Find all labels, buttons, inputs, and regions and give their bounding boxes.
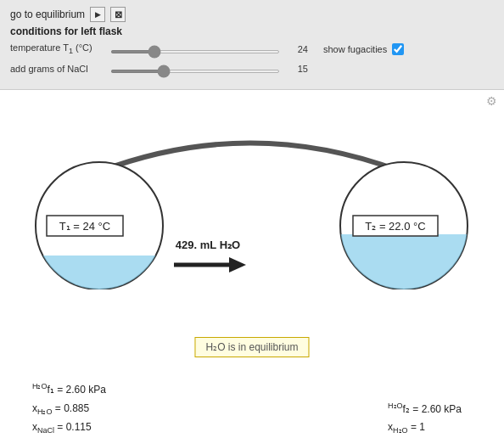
top-panel: go to equilibrium ▶ ⊠ conditions for lef…: [0, 0, 504, 90]
f1-sup: H₂O: [32, 382, 48, 390]
x-nacl-value: = 0.115: [54, 421, 92, 433]
temperature-slider-row: temperature T1 (°C) 24 show fugacities: [10, 42, 494, 57]
nacl-slider[interactable]: [110, 70, 280, 73]
temperature-slider-container: [110, 42, 280, 57]
go-equilibrium-row: go to equilibrium ▶ ⊠: [10, 7, 494, 22]
conditions-label: conditions for left flask: [10, 25, 494, 37]
x-h2o-left-stat: xH₂O = 0.885: [32, 400, 106, 419]
nacl-slider-container: [110, 61, 280, 76]
transfer-section: 429. mL H₂O: [170, 239, 246, 277]
svg-rect-2: [30, 256, 170, 289]
equilibrium-box: H₂O is in equilibrium: [194, 337, 309, 357]
f2-stat: H₂Of₂ = 2.60 kPa: [388, 399, 462, 419]
main-area: ⚙ T₁ = 24 °C: [0, 90, 504, 438]
svg-text:T₁ = 24 °C: T₁ = 24 °C: [59, 220, 110, 233]
reset-button[interactable]: ⊠: [110, 7, 126, 22]
nacl-label: add grams of NaCl: [10, 64, 104, 74]
x-nacl-sub: NaCl: [37, 427, 54, 435]
f2-sup: H₂O: [388, 402, 403, 410]
transfer-amount: 429. mL H₂O: [176, 239, 240, 251]
show-fugacities-checkbox[interactable]: [392, 43, 404, 55]
x-h2o-left-sub: H₂O: [37, 407, 53, 416]
nacl-slider-row: add grams of NaCl 15: [10, 61, 494, 76]
svg-marker-11: [229, 257, 246, 272]
f2-label: f₂: [403, 403, 410, 415]
svg-text:T₂ = 22.0 °C: T₂ = 22.0 °C: [365, 220, 425, 233]
nacl-value: 15: [287, 64, 308, 74]
f2-value: = 2.60 kPa: [410, 403, 462, 415]
x-h2o-right-sub: H₂O: [393, 427, 408, 435]
f1-stat: H₂Of₁ = 2.60 kPa: [32, 379, 106, 400]
x-h2o-right-value: = 1: [408, 421, 425, 433]
settings-icon[interactable]: ⚙: [486, 94, 497, 108]
stats-left: H₂Of₁ = 2.60 kPa xH₂O = 0.885 xNaCl = 0.…: [32, 379, 106, 438]
play-button[interactable]: ▶: [90, 7, 105, 22]
stats-right: H₂Of₂ = 2.60 kPa xH₂O = 1: [388, 399, 462, 438]
x-h2o-right-stat: xH₂O = 1: [388, 418, 462, 438]
equilibrium-label: H₂O is in equilibrium: [205, 341, 298, 353]
f1-value: = 2.60 kPa: [54, 384, 106, 396]
left-flask: T₁ = 24 °C: [30, 141, 170, 293]
temperature-value: 24: [287, 44, 308, 54]
transfer-arrow-icon: [170, 253, 246, 277]
reset-icon: ⊠: [115, 9, 122, 20]
show-fugacities-label: show fugacities: [323, 44, 387, 54]
f1-label: f₁: [48, 384, 54, 396]
right-flask: T₂ = 22.0 °C: [334, 141, 474, 293]
x-nacl-stat: xNaCl = 0.115: [32, 418, 106, 438]
temperature-label: temperature T1 (°C): [10, 42, 104, 55]
go-equilibrium-label: go to equilibrium: [10, 8, 85, 20]
temperature-slider[interactable]: [110, 50, 280, 53]
x-h2o-left-value: = 0.885: [53, 402, 90, 414]
show-fugacities-row: show fugacities: [323, 43, 404, 55]
transfer-label: 429. mL H₂O: [176, 239, 240, 251]
svg-rect-7: [334, 234, 474, 289]
